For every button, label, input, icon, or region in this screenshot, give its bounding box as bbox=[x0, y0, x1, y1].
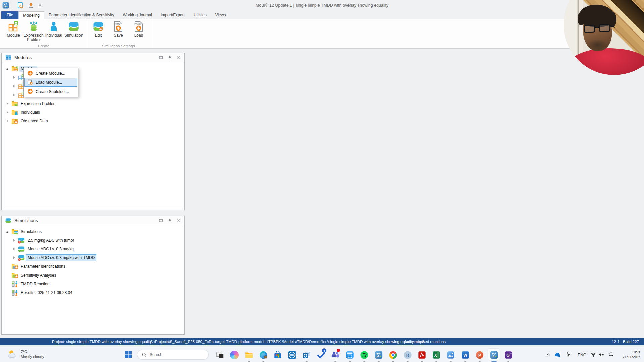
excel-icon: X bbox=[432, 350, 441, 360]
taskbar-app-microsoft-store[interactable] bbox=[270, 347, 285, 362]
expander-collapsed-icon[interactable] bbox=[12, 93, 16, 97]
module-button[interactable]: Module bbox=[3, 20, 23, 38]
tab-file[interactable]: File bbox=[1, 11, 18, 19]
language-indicator[interactable]: ENG bbox=[578, 347, 586, 362]
ribbon-tab-row: FileModelingParameter Identification & S… bbox=[0, 11, 644, 19]
taskbar-app-mobi[interactable] bbox=[487, 347, 501, 362]
taskbar-app-word[interactable]: W bbox=[458, 347, 472, 362]
taskbar-app-photos[interactable] bbox=[443, 347, 458, 362]
expander-collapsed-icon[interactable] bbox=[12, 247, 16, 251]
taskbar-app-outlook[interactable] bbox=[299, 347, 314, 362]
expander-collapsed-icon[interactable] bbox=[12, 75, 16, 80]
expander-collapsed-icon[interactable] bbox=[5, 101, 10, 106]
simulations-tree-item-sensitivity-analyses[interactable]: Sensitivity Analyses bbox=[3, 271, 183, 280]
taskbar-app-file-explorer[interactable] bbox=[241, 347, 256, 362]
menu-item-create-subfolder[interactable]: Create Subfolder... bbox=[24, 87, 77, 96]
svg-text:X: X bbox=[434, 353, 437, 358]
tree-item-label: Expression Profiles bbox=[19, 101, 57, 107]
g-app-icon: G bbox=[504, 350, 513, 360]
taskbar-app-spotify[interactable] bbox=[357, 347, 371, 362]
expander-collapsed-icon[interactable] bbox=[12, 255, 16, 260]
menu-item-create-module[interactable]: Create Module... bbox=[24, 69, 77, 78]
onedrive-icon[interactable]: i bbox=[554, 351, 561, 358]
taskbar-app-mobi[interactable] bbox=[371, 347, 386, 362]
sim-edit-icon bbox=[93, 20, 104, 33]
expander-expanded-icon[interactable] bbox=[5, 229, 10, 234]
photos-icon bbox=[446, 350, 455, 360]
taskbar-app-r-project[interactable]: R bbox=[400, 347, 415, 362]
simulations-panel-pin-button[interactable] bbox=[168, 218, 172, 223]
individual-button[interactable]: Individual bbox=[44, 20, 64, 38]
modules-panel-title: Modules bbox=[14, 55, 156, 60]
simulations-panel-close-button[interactable] bbox=[177, 218, 181, 223]
modules-tree-item-observed-data[interactable]: Observed Data bbox=[3, 117, 183, 125]
simulation-button[interactable]: Simulation bbox=[64, 20, 84, 38]
desktop-switcher-icon bbox=[215, 350, 225, 360]
expander-collapsed-icon[interactable] bbox=[12, 238, 16, 243]
save-button[interactable]: PKMLSave bbox=[108, 20, 128, 38]
simulations-tree-item-parameter-identifications[interactable]: Parameter Identifications bbox=[3, 262, 183, 271]
ribbon-button-label: Load bbox=[134, 33, 143, 38]
taskbar-app-edge[interactable] bbox=[256, 347, 270, 362]
mobi-icon bbox=[374, 350, 383, 360]
modules-panel-pin-button[interactable] bbox=[168, 55, 172, 60]
taskbar-app-chrome[interactable] bbox=[386, 347, 400, 362]
running-indicator bbox=[349, 361, 351, 362]
taskbar-app-g-app[interactable]: G bbox=[501, 347, 516, 362]
expander-collapsed-icon[interactable] bbox=[5, 110, 10, 115]
search-input[interactable]: Search bbox=[137, 350, 209, 360]
app-grid-icon bbox=[345, 350, 355, 360]
taskbar-app-acrobat[interactable] bbox=[415, 347, 429, 362]
volume-icon[interactable] bbox=[598, 352, 604, 357]
tab-utilities[interactable]: Utilities bbox=[189, 11, 211, 19]
sync-icon[interactable] bbox=[608, 352, 614, 357]
taskbar-app-teams[interactable]: T bbox=[328, 347, 342, 362]
modules-panel-maximize-button[interactable] bbox=[159, 55, 163, 60]
simulations-tree-item-2-5-mg-kg-adc-with-tumor[interactable]: 2.5 mg/kg ADC with tumor bbox=[3, 236, 183, 245]
menu-item-load-module[interactable]: PKMLLoad Module... bbox=[24, 78, 77, 87]
taskbar-app-powerpoint[interactable]: P bbox=[472, 347, 487, 362]
simulations-tree-item-mouse-adc-i-v-0-3-mg-kg-with-tmdd[interactable]: Mouse ADC i.v. 0.3 mg/kg with TMDD bbox=[3, 253, 183, 262]
expander-expanded-icon[interactable] bbox=[5, 66, 10, 71]
edit-button[interactable]: Edit bbox=[88, 20, 108, 38]
wifi-icon[interactable] bbox=[590, 352, 596, 357]
taskbar-app-copilot[interactable] bbox=[227, 347, 241, 362]
running-indicator bbox=[421, 361, 423, 362]
expander-none bbox=[5, 273, 10, 278]
taskbar-app-desktop-switcher[interactable] bbox=[213, 347, 227, 362]
clock[interactable]: 10:20 21/11/2025 bbox=[622, 350, 641, 360]
expander-collapsed-icon[interactable] bbox=[5, 119, 10, 123]
expander-collapsed-icon[interactable] bbox=[12, 84, 16, 88]
search-placeholder: Search bbox=[150, 352, 162, 357]
taskbar-app-todo[interactable]: 4 bbox=[314, 347, 328, 362]
tab-modeling[interactable]: Modeling bbox=[18, 11, 44, 19]
pkml-save-icon: PKML bbox=[113, 20, 124, 33]
modules-panel-close-button[interactable] bbox=[177, 55, 181, 60]
taskbar-app-dell[interactable]: DELL bbox=[285, 347, 299, 362]
microphone-icon[interactable] bbox=[566, 351, 571, 357]
simulations-panel-maximize-button[interactable] bbox=[159, 218, 163, 223]
weather-widget[interactable]: 7°C Mostly cloudy bbox=[7, 349, 44, 360]
load-button[interactable]: PKMLLoad bbox=[128, 20, 149, 38]
running-indicator bbox=[392, 361, 394, 362]
chevron-up-icon[interactable] bbox=[546, 352, 551, 357]
start-button[interactable] bbox=[124, 351, 132, 359]
modules-tree-item-expression-profiles[interactable]: Expression Profiles bbox=[3, 99, 183, 108]
tab-views[interactable]: Views bbox=[211, 11, 230, 19]
taskbar-app-app-grid[interactable] bbox=[342, 347, 357, 362]
expression-profile-button[interactable]: Expression Profile ▾ bbox=[23, 20, 44, 42]
tab-parameter-identification-sensitivity[interactable]: Parameter Identification & Sensitivity bbox=[44, 11, 118, 19]
simulations-tree-item-simulations[interactable]: Simulations bbox=[3, 227, 183, 236]
tab-import-export[interactable]: Import/Export bbox=[156, 11, 189, 19]
tree-item-label: Simulations bbox=[19, 229, 43, 235]
running-indicator bbox=[450, 361, 452, 362]
simulations-tree-item-mouse-adc-i-v-0-3-mg-kg[interactable]: Mouse ADC i.v. 0.3 mg/kg bbox=[3, 245, 183, 253]
modules-context-menu: Create Module...PKMLLoad Module...Create… bbox=[23, 68, 78, 97]
svg-text:PKML: PKML bbox=[134, 23, 140, 25]
modules-tree-item-individuals[interactable]: Individuals bbox=[3, 108, 183, 117]
simulations-tree-item-tmdd-reaction[interactable]: TMDD Reaction bbox=[3, 280, 183, 288]
microsoft-store-icon bbox=[273, 350, 282, 360]
tab-working-journal[interactable]: Working Journal bbox=[118, 11, 156, 19]
taskbar-app-excel[interactable]: X bbox=[429, 347, 443, 362]
simulations-tree-item-results-2025-11-21-09-23-04[interactable]: Results 2025-11-21 09:23:04 bbox=[3, 288, 183, 297]
